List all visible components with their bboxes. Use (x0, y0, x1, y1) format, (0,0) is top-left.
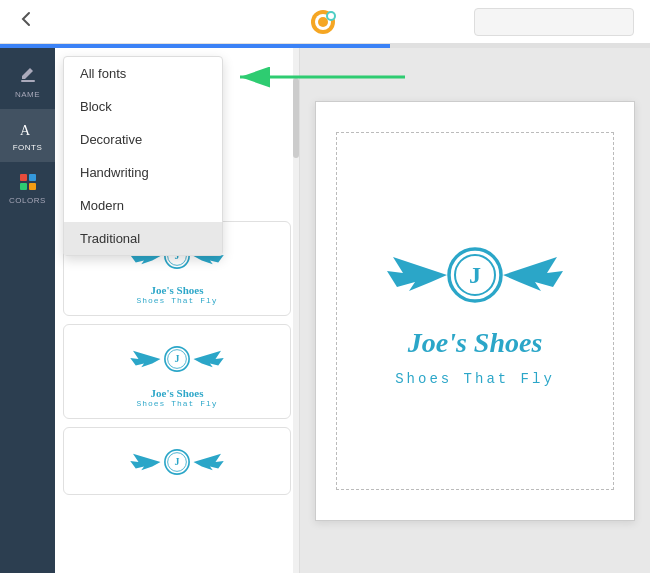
sidebar-item-colors[interactable]: COLORS (0, 162, 55, 215)
sidebar-colors-label: COLORS (9, 196, 46, 205)
dropdown-item-decorative[interactable]: Decorative (64, 123, 222, 156)
scrollbar-thumb[interactable] (293, 78, 299, 158)
font-icon: A (18, 119, 38, 139)
svg-point-2 (318, 17, 328, 27)
dropdown-item-block[interactable]: Block (64, 90, 222, 123)
panel-scrollbar[interactable] (293, 48, 299, 573)
main-wings-logo: J (375, 235, 575, 315)
top-bar (0, 0, 650, 44)
thumb-brand-0: Joe's Shoes (151, 284, 204, 296)
wings-logo-small-1: J (122, 337, 232, 381)
main-tagline-text: Shoes That Fly (395, 371, 555, 387)
back-button[interactable] (16, 9, 36, 34)
thumb-logo-1: J Joe's Shoes Shoes That Fly (122, 337, 232, 408)
svg-rect-5 (21, 80, 35, 82)
main-layout: NAME A FONTS COLORS All fonts Block Deco… (0, 48, 650, 573)
main-logo-container: J Joe's Shoes Shoes That Fly (375, 235, 575, 387)
dropdown-item-modern[interactable]: Modern (64, 189, 222, 222)
svg-point-4 (328, 13, 334, 19)
svg-text:J: J (175, 456, 180, 467)
wings-logo-small-2: J (122, 440, 232, 484)
thumbnail-card-2[interactable]: J (63, 427, 291, 495)
thumb-tagline-0: Shoes That Fly (136, 296, 217, 305)
thumb-tagline-1: Shoes That Fly (136, 399, 217, 408)
sidebar: NAME A FONTS COLORS (0, 48, 55, 573)
main-brand-text: Joe's Shoes (408, 327, 543, 359)
svg-text:J: J (175, 353, 180, 364)
sidebar-name-label: NAME (15, 90, 40, 99)
canvas-paper: J Joe's Shoes Shoes That Fly (315, 101, 635, 521)
thumb-logo-2: J (122, 440, 232, 484)
thumbnail-list: J Joe's Shoes Shoes That Fly (55, 213, 299, 503)
canvas-area: J Joe's Shoes Shoes That Fly (300, 48, 650, 573)
pencil-icon (18, 66, 38, 86)
panel-area: All fonts Block Decorative Handwriting M… (55, 48, 300, 573)
svg-text:J: J (469, 262, 481, 288)
thumb-brand-1: Joe's Shoes (151, 387, 204, 399)
sidebar-item-name[interactable]: NAME (0, 56, 55, 109)
palette-icon (18, 172, 38, 192)
svg-rect-7 (20, 174, 27, 181)
font-category-dropdown: All fonts Block Decorative Handwriting M… (63, 56, 223, 256)
dropdown-item-traditional[interactable]: Traditional (64, 222, 222, 255)
thumbnail-card-1[interactable]: J Joe's Shoes Shoes That Fly (63, 324, 291, 419)
svg-rect-8 (29, 174, 36, 181)
app-logo (307, 4, 343, 40)
search-bar[interactable] (474, 8, 634, 36)
sidebar-item-fonts[interactable]: A FONTS (0, 109, 55, 162)
dropdown-item-all[interactable]: All fonts (64, 57, 222, 90)
sidebar-fonts-label: FONTS (13, 143, 43, 152)
svg-rect-10 (29, 183, 36, 190)
svg-rect-9 (20, 183, 27, 190)
svg-text:A: A (20, 123, 31, 138)
dropdown-item-handwriting[interactable]: Handwriting (64, 156, 222, 189)
